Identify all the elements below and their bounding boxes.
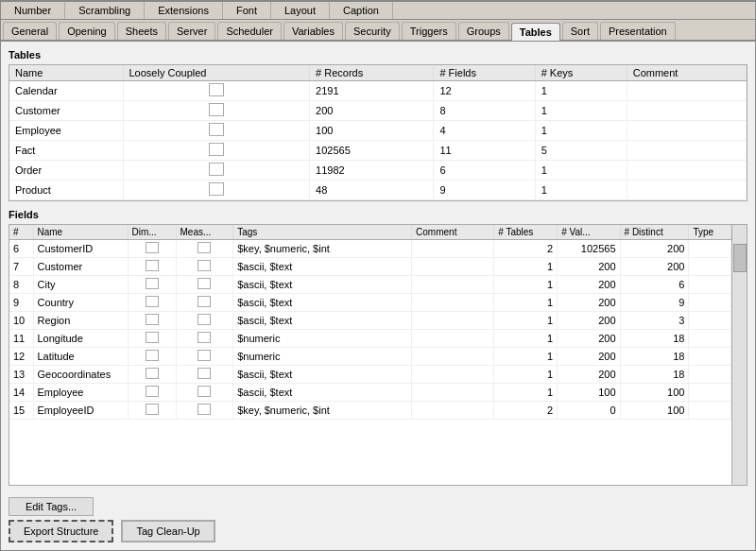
fields-col-type: Type — [689, 225, 731, 240]
tables-section-title: Tables — [9, 49, 747, 60]
table-row[interactable]: Fact102565115 — [9, 141, 747, 161]
tab-opening[interactable]: Opening — [59, 22, 115, 40]
fields-row[interactable]: 10Region$ascii, $text12003 — [9, 312, 731, 330]
tab-general[interactable]: General — [3, 22, 57, 40]
fields-col-dim-: Dim... — [128, 225, 176, 240]
fields-row[interactable]: 8City$ascii, $text12006 — [9, 276, 731, 294]
fields-section-title: Fields — [9, 209, 747, 220]
content-area: Tables NameLoosely Coupled# Records# Fie… — [1, 42, 755, 493]
table-row[interactable]: Order1198261 — [9, 161, 747, 181]
table-row[interactable]: Customer20081 — [9, 101, 747, 121]
tab-security[interactable]: Security — [345, 22, 400, 40]
tab-triggers[interactable]: Triggers — [402, 22, 456, 40]
tab-scheduler[interactable]: Scheduler — [217, 22, 282, 40]
tables-col--records: # Records — [310, 65, 434, 81]
tables-col-loosely-coupled: Loosely Coupled — [123, 65, 310, 81]
tab-groups[interactable]: Groups — [458, 22, 509, 40]
scrollbar[interactable] — [731, 225, 747, 485]
main-window: NumberScramblingExtensionsFontLayoutCapt… — [0, 0, 756, 551]
bottom-buttons: Export Structure Tag Clean-Up — [9, 520, 747, 542]
tabs-row2: GeneralOpeningSheetsServerSchedulerVaria… — [1, 20, 755, 42]
edit-tags-row: Edit Tags... — [9, 497, 747, 516]
fields-col-tags: Tags — [233, 225, 412, 240]
top-tab-number[interactable]: Number — [1, 2, 65, 19]
fields-col-meas-: Meas... — [176, 225, 233, 240]
bottom-area: Edit Tags... Export Structure Tag Clean-… — [1, 493, 755, 550]
fields-col--val-: # Val... — [558, 225, 620, 240]
tab-tables[interactable]: Tables — [511, 23, 560, 41]
fields-col--: # — [9, 225, 33, 240]
table-row[interactable]: Calendar2191121 — [9, 81, 747, 101]
fields-row[interactable]: 15EmployeeID$key, $numeric, $int20100 — [9, 402, 731, 420]
fields-col--tables: # Tables — [494, 225, 558, 240]
tables-col-comment: Comment — [627, 65, 746, 81]
tabs-row1: NumberScramblingExtensionsFontLayoutCapt… — [1, 2, 755, 20]
tables-col-name: Name — [9, 65, 123, 81]
fields-row[interactable]: 7Customer$ascii, $text1200200 — [9, 258, 731, 276]
tab-sheets[interactable]: Sheets — [117, 22, 166, 40]
export-structure-button[interactable]: Export Structure — [9, 520, 113, 542]
top-tab-scrambling[interactable]: Scrambling — [65, 2, 145, 19]
tab-server[interactable]: Server — [168, 22, 215, 40]
top-tab-caption[interactable]: Caption — [330, 2, 393, 19]
fields-row[interactable]: 12Latitude$numeric120018 — [9, 348, 731, 366]
table-row[interactable]: Employee10041 — [9, 121, 747, 141]
fields-row[interactable]: 14Employee$ascii, $text1100100 — [9, 384, 731, 402]
table-row[interactable]: Product4891 — [9, 181, 747, 200]
top-tab-extensions[interactable]: Extensions — [145, 2, 223, 19]
tag-cleanup-button[interactable]: Tag Clean-Up — [121, 520, 215, 542]
fields-row[interactable]: 13Geocoordinates$ascii, $text120018 — [9, 366, 731, 384]
fields-row[interactable]: 11Longitude$numeric120018 — [9, 330, 731, 348]
tables-section: Tables NameLoosely Coupled# Records# Fie… — [9, 49, 747, 201]
tables-table-container: NameLoosely Coupled# Records# Fields# Ke… — [9, 64, 747, 201]
fields-col--distinct: # Distinct — [620, 225, 689, 240]
fields-row[interactable]: 9Country$ascii, $text12009 — [9, 294, 731, 312]
edit-tags-button[interactable]: Edit Tags... — [9, 497, 94, 516]
tables-table: NameLoosely Coupled# Records# Fields# Ke… — [9, 65, 747, 200]
fields-col-comment: Comment — [412, 225, 494, 240]
fields-row[interactable]: 6CustomerID$key, $numeric, $int210256520… — [9, 240, 731, 258]
tables-col--keys: # Keys — [535, 65, 627, 81]
fields-table: #NameDim...Meas...TagsComment# Tables# V… — [9, 225, 731, 420]
tab-variables[interactable]: Variables — [284, 22, 343, 40]
top-tab-layout[interactable]: Layout — [271, 2, 330, 19]
tab-presentation[interactable]: Presentation — [600, 22, 676, 40]
top-tab-font[interactable]: Font — [223, 2, 271, 19]
fields-col-name: Name — [33, 225, 128, 240]
fields-scroll-area[interactable]: #NameDim...Meas...TagsComment# Tables# V… — [9, 225, 731, 485]
tables-col--fields: # Fields — [434, 65, 535, 81]
fields-section: Fields #NameDim...Meas...TagsComment# Ta… — [9, 209, 747, 486]
tab-sort[interactable]: Sort — [562, 22, 598, 40]
fields-table-container: #NameDim...Meas...TagsComment# Tables# V… — [9, 224, 747, 486]
